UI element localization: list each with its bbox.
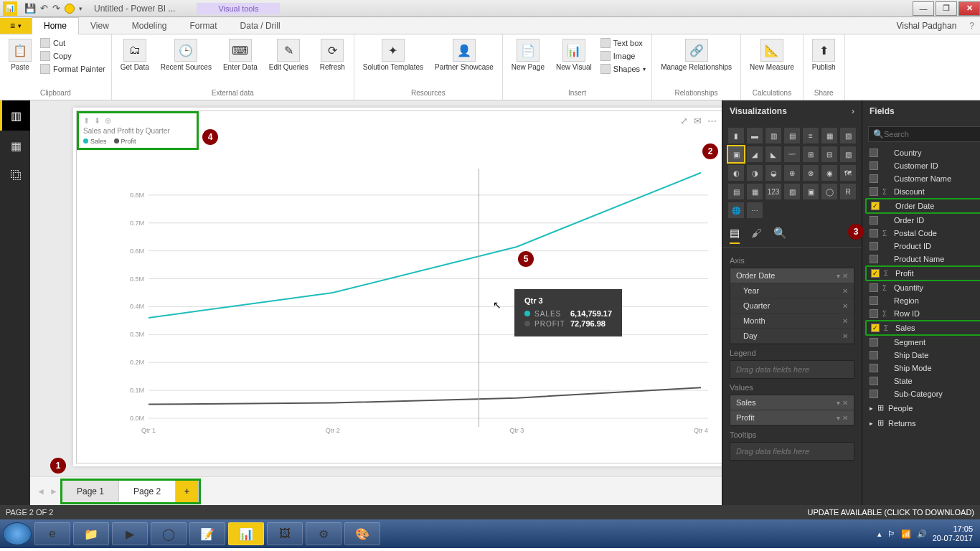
table-returns[interactable]: ▸⊞Returns xyxy=(865,415,980,430)
viz-type-22[interactable]: ▦ xyxy=(747,184,763,199)
tab-datadrill[interactable]: Data / Drill xyxy=(229,18,292,34)
viz-type-24[interactable]: ▧ xyxy=(784,184,800,199)
field-segment[interactable]: Segment xyxy=(865,336,980,349)
checkbox-icon[interactable] xyxy=(870,283,878,292)
copy-button[interactable]: Copy xyxy=(40,50,105,62)
checkbox-icon[interactable] xyxy=(870,242,878,250)
partner-showcase-button[interactable]: 👤Partner Showcase xyxy=(432,37,496,72)
tab-home[interactable]: Home xyxy=(32,17,79,34)
taskbar-chrome-icon[interactable]: ◯ xyxy=(151,522,187,545)
drill-up-icon[interactable]: ⬆ xyxy=(83,116,90,126)
field-prodname[interactable]: Product Name xyxy=(865,253,980,265)
fields-search[interactable]: 🔍 xyxy=(868,126,980,142)
viz-type-0[interactable]: ▮ xyxy=(728,128,744,143)
field-postal[interactable]: ΣPostal Code xyxy=(865,227,980,240)
field-subcat[interactable]: Sub-Category xyxy=(865,387,980,400)
report-page[interactable]: ⤢ ✉ ⋯ ⬆ ⬇ ⊕ Sales and Profit by Quarter … xyxy=(73,108,722,466)
system-tray[interactable]: ▴ 🏳 📶 🔊 17:05 20-07-2017 xyxy=(877,524,977,543)
viz-type-29[interactable]: ⋯ xyxy=(747,202,763,218)
page-tab-2[interactable]: Page 2 xyxy=(119,481,176,502)
tab-view[interactable]: View xyxy=(79,18,121,34)
viz-type-8[interactable]: ◢ xyxy=(747,146,763,162)
checkbox-icon[interactable] xyxy=(870,216,878,225)
taskbar-explorer-icon[interactable]: 📁 xyxy=(73,522,109,545)
taskbar-photos-icon[interactable]: 🖼 xyxy=(267,522,303,545)
undo-icon[interactable]: ↶ xyxy=(40,3,48,14)
tray-flag-icon[interactable]: 🏳 xyxy=(887,529,895,538)
visual-tools-tab[interactable]: Visual tools xyxy=(197,3,280,14)
page-tab-1[interactable]: Page 1 xyxy=(62,481,119,502)
viz-type-28[interactable]: 🌐 xyxy=(728,202,744,218)
field-region[interactable]: Region xyxy=(865,294,980,307)
viz-type-26[interactable]: ◯ xyxy=(821,184,837,199)
viz-type-27[interactable]: R xyxy=(840,184,856,199)
pages-next-icon[interactable]: ► xyxy=(47,486,60,496)
checkbox-icon[interactable] xyxy=(870,187,878,196)
checkbox-icon[interactable]: ✓ xyxy=(871,324,880,332)
checkbox-icon[interactable] xyxy=(870,309,878,318)
drill-down-icon[interactable]: ⬇ xyxy=(94,116,100,126)
chevron-right-icon[interactable]: › xyxy=(852,106,854,116)
taskbar-notes-icon[interactable]: 📝 xyxy=(189,522,225,545)
viz-type-9[interactable]: ◣ xyxy=(765,146,781,162)
viz-type-14[interactable]: ◐ xyxy=(728,165,744,181)
viz-type-10[interactable]: 〰 xyxy=(784,146,800,162)
image-button[interactable]: Image xyxy=(600,50,646,62)
tab-modeling[interactable]: Modeling xyxy=(121,18,179,34)
field-state[interactable]: State xyxy=(865,375,980,387)
export-icon[interactable]: ✉ xyxy=(694,116,702,126)
edit-queries-button[interactable]: ✎Edit Queries xyxy=(266,37,311,72)
axis-well[interactable]: Order Date▾ ✕ Year✕ Quarter✕ Month✕ Day✕ xyxy=(730,268,854,344)
minimize-button[interactable]: — xyxy=(913,1,934,16)
data-view-icon[interactable]: ▦ xyxy=(0,131,30,161)
viz-type-23[interactable]: 123 xyxy=(765,184,781,199)
tab-format[interactable]: Format xyxy=(179,18,229,34)
values-well[interactable]: Sales▾ ✕ Profit▾ ✕ xyxy=(730,395,854,426)
checkbox-icon[interactable]: ✓ xyxy=(871,269,880,278)
maximize-button[interactable]: ❐ xyxy=(936,1,957,16)
viz-type-1[interactable]: ▬ xyxy=(747,128,763,143)
viz-type-25[interactable]: ▣ xyxy=(803,184,819,199)
shapes-button[interactable]: Shapes▾ xyxy=(600,63,646,75)
more-options-icon[interactable]: ⋯ xyxy=(707,116,717,126)
field-discount[interactable]: ΣDiscount xyxy=(865,185,980,198)
help-icon[interactable]: ? xyxy=(963,18,980,34)
textbox-button[interactable]: Text box xyxy=(600,37,646,49)
checkbox-icon[interactable] xyxy=(870,377,878,385)
taskbar-app-icon[interactable]: ⚙ xyxy=(306,522,341,545)
viz-type-6[interactable]: ▨ xyxy=(840,128,856,143)
model-view-icon[interactable]: ⿻ xyxy=(0,161,30,191)
new-measure-button[interactable]: 📐New Measure xyxy=(747,37,797,72)
checkbox-icon[interactable] xyxy=(870,351,878,359)
paste-button[interactable]: 📋Paste xyxy=(6,37,34,72)
viz-type-18[interactable]: ⊗ xyxy=(803,165,819,181)
expand-icon[interactable]: ⊕ xyxy=(105,116,111,126)
viz-type-12[interactable]: ⊟ xyxy=(821,146,837,162)
checkbox-icon[interactable] xyxy=(870,364,878,372)
checkbox-icon[interactable] xyxy=(870,296,878,305)
search-input[interactable] xyxy=(884,130,980,138)
refresh-button[interactable]: ⟳Refresh xyxy=(317,37,348,72)
field-custid[interactable]: Customer ID xyxy=(865,159,980,172)
recent-sources-button[interactable]: 🕒Recent Sources xyxy=(158,37,215,72)
file-tab[interactable]: ≡▾ xyxy=(0,18,32,34)
field-orderdate[interactable]: ✓Order Date xyxy=(865,198,980,214)
taskbar-ie-icon[interactable]: e xyxy=(34,522,70,545)
taskbar-media-icon[interactable]: ▶ xyxy=(112,522,148,545)
taskbar-powerbi-icon[interactable]: 📊 xyxy=(228,522,264,545)
viz-type-15[interactable]: ◑ xyxy=(747,165,763,181)
analytics-tab-icon[interactable]: 🔍 xyxy=(773,227,787,244)
checkbox-icon[interactable] xyxy=(870,174,878,183)
taskbar-clock[interactable]: 17:05 20-07-2017 xyxy=(933,524,973,543)
checkbox-icon[interactable] xyxy=(870,338,878,347)
publish-button[interactable]: ⬆Publish xyxy=(809,37,839,72)
checkbox-icon[interactable] xyxy=(870,390,878,398)
smiley-icon[interactable] xyxy=(65,4,75,14)
close-button[interactable]: ✕ xyxy=(958,1,980,16)
tray-network-icon[interactable]: 📶 xyxy=(901,529,911,539)
get-data-button[interactable]: 🗂Get Data xyxy=(118,37,152,72)
field-rowid[interactable]: ΣRow ID xyxy=(865,307,980,320)
viz-type-5[interactable]: ▦ xyxy=(821,128,837,143)
format-tab-icon[interactable]: 🖌 xyxy=(751,227,762,244)
pages-prev-icon[interactable]: ◄ xyxy=(34,486,47,496)
